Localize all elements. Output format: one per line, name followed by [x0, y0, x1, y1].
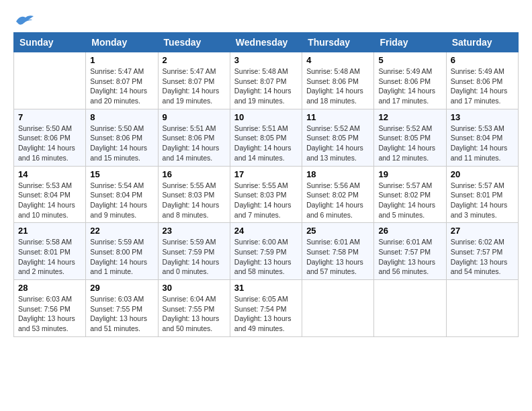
day-number: 23	[163, 226, 226, 236]
day-number: 28	[18, 283, 81, 293]
calendar-cell: 15Sunrise: 5:54 AM Sunset: 8:04 PM Dayli…	[86, 166, 158, 223]
calendar-cell: 4Sunrise: 5:48 AM Sunset: 8:06 PM Daylig…	[302, 52, 374, 109]
day-info: Sunrise: 5:57 AM Sunset: 8:01 PM Dayligh…	[451, 181, 514, 220]
calendar-cell: 28Sunrise: 6:03 AM Sunset: 7:56 PM Dayli…	[14, 280, 86, 337]
calendar-cell: 18Sunrise: 5:56 AM Sunset: 8:02 PM Dayli…	[302, 166, 374, 223]
day-number: 6	[451, 55, 514, 65]
day-info: Sunrise: 5:52 AM Sunset: 8:05 PM Dayligh…	[378, 124, 441, 163]
calendar-cell: 9Sunrise: 5:51 AM Sunset: 8:06 PM Daylig…	[158, 109, 230, 166]
calendar-week-row: 7Sunrise: 5:50 AM Sunset: 8:06 PM Daylig…	[14, 109, 519, 166]
day-number: 2	[163, 55, 226, 65]
calendar-cell: 30Sunrise: 6:04 AM Sunset: 7:55 PM Dayli…	[158, 280, 230, 337]
day-number: 24	[234, 226, 298, 236]
day-number: 29	[90, 283, 153, 293]
calendar-table: SundayMondayTuesdayWednesdayThursdayFrid…	[13, 32, 519, 337]
day-info: Sunrise: 5:51 AM Sunset: 8:05 PM Dayligh…	[234, 124, 298, 163]
day-number: 20	[451, 169, 514, 179]
logo	[13, 13, 35, 26]
calendar-week-row: 14Sunrise: 5:53 AM Sunset: 8:04 PM Dayli…	[14, 166, 519, 223]
calendar-cell: 7Sunrise: 5:50 AM Sunset: 8:06 PM Daylig…	[14, 109, 86, 166]
calendar-cell: 6Sunrise: 5:49 AM Sunset: 8:06 PM Daylig…	[446, 52, 518, 109]
calendar-cell	[302, 280, 374, 337]
day-info: Sunrise: 5:50 AM Sunset: 8:06 PM Dayligh…	[90, 124, 153, 163]
day-number: 16	[163, 169, 226, 179]
day-info: Sunrise: 6:00 AM Sunset: 7:59 PM Dayligh…	[234, 237, 298, 277]
calendar-cell	[446, 280, 518, 337]
day-number: 3	[234, 55, 298, 65]
day-number: 21	[18, 226, 81, 236]
day-info: Sunrise: 5:50 AM Sunset: 8:06 PM Dayligh…	[18, 124, 81, 163]
day-number: 15	[90, 169, 153, 179]
calendar-cell: 21Sunrise: 5:58 AM Sunset: 8:01 PM Dayli…	[14, 223, 86, 280]
calendar-header-wednesday: Wednesday	[230, 33, 302, 52]
day-number: 27	[451, 226, 514, 236]
calendar-cell: 22Sunrise: 5:59 AM Sunset: 8:00 PM Dayli…	[86, 223, 158, 280]
day-number: 5	[378, 55, 441, 65]
day-info: Sunrise: 5:55 AM Sunset: 8:03 PM Dayligh…	[234, 181, 298, 220]
day-number: 14	[18, 169, 81, 179]
calendar-cell: 29Sunrise: 6:03 AM Sunset: 7:55 PM Dayli…	[86, 280, 158, 337]
day-number: 22	[90, 226, 153, 236]
day-info: Sunrise: 5:47 AM Sunset: 8:07 PM Dayligh…	[163, 66, 226, 106]
calendar-cell: 16Sunrise: 5:55 AM Sunset: 8:03 PM Dayli…	[158, 166, 230, 223]
day-number: 9	[163, 112, 226, 122]
day-number: 8	[90, 112, 153, 122]
calendar-cell: 27Sunrise: 6:02 AM Sunset: 7:57 PM Dayli…	[446, 223, 518, 280]
day-number: 13	[451, 112, 514, 122]
day-info: Sunrise: 5:48 AM Sunset: 8:06 PM Dayligh…	[306, 66, 369, 106]
day-info: Sunrise: 5:53 AM Sunset: 8:04 PM Dayligh…	[451, 124, 514, 163]
calendar-cell: 25Sunrise: 6:01 AM Sunset: 7:58 PM Dayli…	[302, 223, 374, 280]
calendar-cell	[374, 280, 446, 337]
calendar-cell	[14, 52, 86, 109]
day-info: Sunrise: 5:54 AM Sunset: 8:04 PM Dayligh…	[90, 181, 153, 220]
day-number: 12	[378, 112, 441, 122]
day-number: 30	[163, 283, 226, 293]
day-info: Sunrise: 5:51 AM Sunset: 8:06 PM Dayligh…	[163, 124, 226, 163]
calendar-header-sunday: Sunday	[14, 33, 86, 52]
calendar-cell: 26Sunrise: 6:01 AM Sunset: 7:57 PM Dayli…	[374, 223, 446, 280]
day-info: Sunrise: 6:01 AM Sunset: 7:57 PM Dayligh…	[378, 237, 441, 277]
day-info: Sunrise: 5:56 AM Sunset: 8:02 PM Dayligh…	[306, 181, 369, 220]
day-info: Sunrise: 5:53 AM Sunset: 8:04 PM Dayligh…	[18, 181, 81, 220]
calendar-cell: 13Sunrise: 5:53 AM Sunset: 8:04 PM Dayli…	[446, 109, 518, 166]
day-info: Sunrise: 5:59 AM Sunset: 7:59 PM Dayligh…	[163, 237, 226, 277]
calendar-week-row: 1Sunrise: 5:47 AM Sunset: 8:07 PM Daylig…	[14, 52, 519, 109]
day-info: Sunrise: 5:49 AM Sunset: 8:06 PM Dayligh…	[451, 66, 514, 106]
day-info: Sunrise: 6:03 AM Sunset: 7:56 PM Dayligh…	[18, 294, 81, 334]
calendar-cell: 20Sunrise: 5:57 AM Sunset: 8:01 PM Dayli…	[446, 166, 518, 223]
calendar-header-saturday: Saturday	[446, 33, 518, 52]
day-number: 17	[234, 169, 298, 179]
calendar-cell: 1Sunrise: 5:47 AM Sunset: 8:07 PM Daylig…	[86, 52, 158, 109]
calendar-cell: 8Sunrise: 5:50 AM Sunset: 8:06 PM Daylig…	[86, 109, 158, 166]
page-container: SundayMondayTuesdayWednesdayThursdayFrid…	[13, 13, 519, 337]
header	[13, 13, 519, 26]
day-info: Sunrise: 6:01 AM Sunset: 7:58 PM Dayligh…	[306, 237, 369, 277]
day-info: Sunrise: 6:04 AM Sunset: 7:55 PM Dayligh…	[163, 294, 226, 334]
calendar-header-tuesday: Tuesday	[158, 33, 230, 52]
day-number: 19	[378, 169, 441, 179]
calendar-header-monday: Monday	[86, 33, 158, 52]
day-info: Sunrise: 5:58 AM Sunset: 8:01 PM Dayligh…	[18, 237, 81, 277]
day-number: 25	[306, 226, 369, 236]
calendar-cell: 3Sunrise: 5:48 AM Sunset: 8:07 PM Daylig…	[230, 52, 302, 109]
calendar-header-thursday: Thursday	[302, 33, 374, 52]
calendar-cell: 12Sunrise: 5:52 AM Sunset: 8:05 PM Dayli…	[374, 109, 446, 166]
day-info: Sunrise: 6:05 AM Sunset: 7:54 PM Dayligh…	[234, 294, 298, 334]
calendar-cell: 5Sunrise: 5:49 AM Sunset: 8:06 PM Daylig…	[374, 52, 446, 109]
day-info: Sunrise: 5:59 AM Sunset: 8:00 PM Dayligh…	[90, 237, 153, 277]
calendar-cell: 19Sunrise: 5:57 AM Sunset: 8:02 PM Dayli…	[374, 166, 446, 223]
day-info: Sunrise: 5:49 AM Sunset: 8:06 PM Dayligh…	[378, 66, 441, 106]
day-number: 31	[234, 283, 298, 293]
day-number: 7	[18, 112, 81, 122]
day-number: 4	[306, 55, 369, 65]
day-number: 26	[378, 226, 441, 236]
logo-text	[13, 13, 35, 28]
day-info: Sunrise: 5:48 AM Sunset: 8:07 PM Dayligh…	[234, 66, 298, 106]
day-number: 18	[306, 169, 369, 179]
day-info: Sunrise: 6:03 AM Sunset: 7:55 PM Dayligh…	[90, 294, 153, 334]
calendar-cell: 31Sunrise: 6:05 AM Sunset: 7:54 PM Dayli…	[230, 280, 302, 337]
calendar-cell: 17Sunrise: 5:55 AM Sunset: 8:03 PM Dayli…	[230, 166, 302, 223]
day-info: Sunrise: 6:02 AM Sunset: 7:57 PM Dayligh…	[451, 237, 514, 277]
day-number: 1	[90, 55, 153, 65]
calendar-cell: 2Sunrise: 5:47 AM Sunset: 8:07 PM Daylig…	[158, 52, 230, 109]
